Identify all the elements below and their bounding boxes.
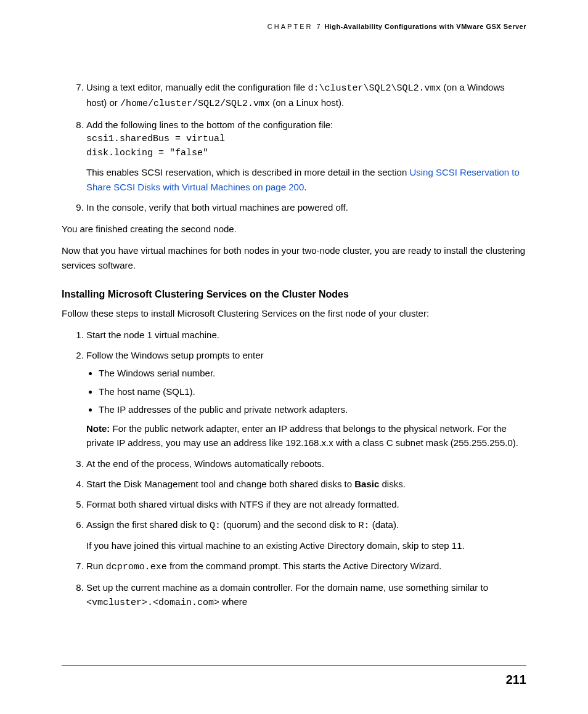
install-step-7-a: Run xyxy=(86,561,106,571)
step-9-text: In the console, verify that both virtual… xyxy=(86,202,348,213)
install-step-5: Format both shared virtual disks with NT… xyxy=(86,497,526,511)
step-8-code-2: disk.locking = "false" xyxy=(86,146,526,160)
page-content: Using a text editor, manually edit the c… xyxy=(62,80,526,618)
step-7: Using a text editor, manually edit the c… xyxy=(86,80,526,112)
note-label: Note: xyxy=(86,423,110,434)
step-8-text-b: This enables SCSI reservation, which is … xyxy=(86,167,409,177)
install-step-2: Follow the Windows setup prompts to ente… xyxy=(86,348,526,450)
bullet-ip: The IP addresses of the public and priva… xyxy=(99,402,526,416)
install-step-4-b: Basic xyxy=(354,479,379,489)
step-9: In the console, verify that both virtual… xyxy=(86,200,526,214)
install-step-1: Start the node 1 virtual machine. xyxy=(86,328,526,342)
install-step-4: Start the Disk Management tool and chang… xyxy=(86,477,526,491)
install-step-7-b: from the command prompt. This starts the… xyxy=(167,561,442,571)
step-8-code-1: scsi1.sharedBus = virtual xyxy=(86,132,526,146)
finished-node-para: You are finished creating the second nod… xyxy=(62,222,526,236)
install-step-8-code: <vmcluster>.<domain.com> xyxy=(86,598,219,608)
step-8-text-c: . xyxy=(304,182,306,192)
step-7-text-c: (on a Linux host). xyxy=(270,97,344,108)
page-header: CHAPTER 7 High-Availability Configuratio… xyxy=(267,22,526,32)
step-7-code-1: d:\cluster\SQL2\SQL2.vmx xyxy=(308,83,441,94)
footer-rule xyxy=(62,665,526,666)
install-step-8: Set up the current machine as a domain c… xyxy=(86,580,526,611)
step-7-text-a: Using a text editor, manually edit the c… xyxy=(86,82,308,92)
install-step-6: Assign the first shared disk to Q: (quor… xyxy=(86,517,526,553)
install-step-8-b: where xyxy=(219,596,247,607)
chapter-title: High-Availability Configurations with VM… xyxy=(324,23,526,30)
chapter-label: CHAPTER 7 xyxy=(267,23,322,30)
install-step-4-c: disks. xyxy=(379,479,406,489)
install-step-7-code: dcpromo.exe xyxy=(106,562,167,572)
install-step-6-b: (quorum) and the second disk to xyxy=(221,519,358,530)
step-8-para: This enables SCSI reservation, which is … xyxy=(86,165,526,194)
install-step-4-a: Start the Disk Management tool and chang… xyxy=(86,479,354,489)
install-step-6-para: If you have joined this virtual machine … xyxy=(86,538,526,553)
install-step-6-code1: Q: xyxy=(210,521,221,531)
ready-install-para: Now that you have virtual machines for b… xyxy=(62,243,526,272)
section-heading: Installing Microsoft Clustering Services… xyxy=(62,287,526,302)
install-step-3: At the end of the process, Windows autom… xyxy=(86,456,526,471)
install-step-2-bullets: The Windows serial number. The host name… xyxy=(86,366,526,416)
bullet-hostname: The host name (SQL1). xyxy=(99,384,526,399)
install-step-6-code2: R: xyxy=(359,521,370,531)
note-text: For the public network adapter, enter an… xyxy=(86,423,518,448)
install-step-6-c: (data). xyxy=(370,519,399,530)
install-step-7: Run dcpromo.exe from the command prompt.… xyxy=(86,559,526,574)
bullet-serial: The Windows serial number. xyxy=(99,366,526,380)
install-steps-list: Start the node 1 virtual machine. Follow… xyxy=(62,328,526,611)
page-number: 211 xyxy=(506,670,526,689)
steps-list-continued: Using a text editor, manually edit the c… xyxy=(62,80,526,214)
step-7-code-2: /home/cluster/SQL2/SQL2.vmx xyxy=(120,99,270,109)
install-step-2-note: Note: For the public network adapter, en… xyxy=(86,421,526,450)
install-step-6-a: Assign the first shared disk to xyxy=(86,519,210,530)
step-8: Add the following lines to the bottom of… xyxy=(86,118,526,194)
step-8-text-a: Add the following lines to the bottom of… xyxy=(86,120,333,130)
install-step-2-text: Follow the Windows setup prompts to ente… xyxy=(86,350,264,360)
intro-para: Follow these steps to install Microsoft … xyxy=(62,306,526,320)
install-step-8-a: Set up the current machine as a domain c… xyxy=(86,582,488,593)
